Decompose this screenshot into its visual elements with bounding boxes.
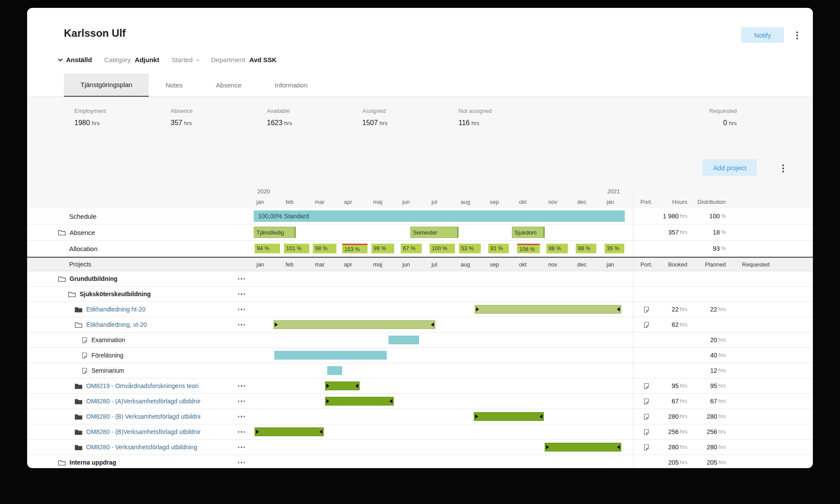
- row-menu-button[interactable]: [236, 399, 247, 404]
- stat-employment: Employment 1980hrs: [74, 108, 106, 127]
- project-name[interactable]: OM8280 - (A)Verksamhetsförlagd utbildnin…: [86, 398, 201, 405]
- allocation-bar[interactable]: 88 %: [546, 244, 568, 253]
- absence-distribution: 18: [713, 229, 720, 236]
- employment-status[interactable]: Anställd: [66, 56, 92, 63]
- project-gantt-bar[interactable]: [255, 427, 324, 436]
- portfolio-note-icon[interactable]: [643, 383, 650, 389]
- folder-icon[interactable]: [74, 413, 83, 420]
- percent-unit: %: [721, 213, 726, 219]
- year-label-start: 2020: [257, 188, 270, 195]
- stat-unit: hrs: [380, 120, 388, 126]
- month-label: maj: [371, 261, 400, 268]
- stat-value: 116: [458, 119, 470, 126]
- month-label: sep: [487, 261, 517, 268]
- stat-available: Available 1623hrs: [267, 108, 292, 127]
- folder-icon[interactable]: [74, 444, 83, 451]
- allocation-bar[interactable]: 101 %: [284, 244, 309, 253]
- project-name[interactable]: OM8280 - (B)Verksamhetsförlagd utbildnin…: [86, 428, 201, 435]
- project-name[interactable]: OM8280 - (B) Verksamhetsförlagd utbildni…: [86, 413, 201, 420]
- month-label: jun: [399, 199, 429, 205]
- planned-hours: 22: [710, 306, 717, 313]
- allocation-bar[interactable]: 94 %: [255, 244, 280, 253]
- tab-notes[interactable]: Notes: [149, 74, 199, 97]
- tab-information[interactable]: Information: [258, 74, 324, 97]
- absence-bar-semester[interactable]: Semester: [410, 227, 458, 238]
- allocation-bar-over[interactable]: 153 %: [342, 244, 368, 253]
- project-gantt-bar[interactable]: [325, 397, 394, 406]
- schedule-bar[interactable]: 100,00% Standard: [254, 210, 625, 222]
- allocation-bar-over[interactable]: 106 %: [517, 244, 540, 253]
- booked-hours: 280: [668, 413, 679, 420]
- portfolio-note-icon[interactable]: [643, 306, 650, 313]
- row-menu-button[interactable]: [236, 444, 247, 450]
- portfolio-note-icon[interactable]: [643, 398, 650, 405]
- folder-icon[interactable]: [74, 383, 83, 389]
- started-value: -: [196, 56, 199, 63]
- folder-icon[interactable]: [74, 322, 83, 328]
- row-menu-button[interactable]: [236, 322, 247, 327]
- allocation-bar[interactable]: 98 %: [313, 244, 336, 253]
- allocation-bar[interactable]: 88 %: [576, 244, 596, 253]
- row-menu-button[interactable]: [236, 291, 247, 297]
- project-name[interactable]: Etikhandledning ht-20: [86, 306, 145, 313]
- allocation-bar[interactable]: 53 %: [459, 244, 481, 253]
- tab-tjanstgoringsplan[interactable]: Tjänstgöringsplan: [64, 74, 149, 97]
- schedule-hours: 1 980: [663, 213, 679, 220]
- allocation-bar[interactable]: 67 %: [401, 244, 422, 253]
- category-label: Category: [104, 56, 131, 63]
- schedule-row: Schedule 100,00% Standard 1 980hrs 100%: [27, 208, 813, 224]
- absence-bar-tjanstledig[interactable]: Tjänstledig: [254, 227, 296, 238]
- project-gantt-bar[interactable]: [474, 412, 544, 421]
- project-name[interactable]: Sjuksköterskeutbildning: [80, 290, 151, 298]
- row-menu-button[interactable]: [236, 276, 247, 281]
- folder-icon[interactable]: [58, 459, 66, 466]
- tab-absence[interactable]: Absence: [200, 74, 258, 97]
- folder-icon[interactable]: [74, 306, 83, 313]
- hours-unit: hrs: [680, 306, 687, 312]
- folder-icon[interactable]: [74, 398, 83, 405]
- allocation-bar[interactable]: 100 %: [430, 244, 455, 253]
- activity-gantt-bar[interactable]: [327, 366, 342, 375]
- notify-button[interactable]: Notify: [741, 27, 784, 43]
- collapse-chevron-icon[interactable]: [58, 58, 63, 62]
- project-gantt-bar[interactable]: [325, 382, 360, 390]
- row-menu-button[interactable]: [236, 383, 247, 388]
- month-label: okt: [516, 261, 546, 268]
- allocation-bar[interactable]: 35 %: [605, 244, 624, 253]
- gantt-menu-button[interactable]: [780, 163, 786, 174]
- project-name[interactable]: Etikhandledning, vt-20: [86, 321, 147, 328]
- project-name[interactable]: OM8280 - Verksamhetsförlagd utbildning: [86, 444, 197, 451]
- project-name[interactable]: Interna uppdrag: [70, 459, 116, 466]
- project-gantt-bar[interactable]: [475, 305, 621, 314]
- project-row-sjukskoterskeutbildning: Sjuksköterskeutbildning: [27, 287, 813, 302]
- allocation-bar[interactable]: 99 %: [371, 244, 394, 253]
- month-label: sep: [487, 199, 517, 205]
- booked-hours: 62: [672, 321, 679, 328]
- hours-unit: hrs: [680, 322, 687, 328]
- folder-icon[interactable]: [74, 429, 83, 435]
- row-menu-button[interactable]: [236, 429, 247, 434]
- project-gantt-bar[interactable]: [273, 320, 435, 329]
- page-menu-button[interactable]: [794, 30, 800, 41]
- project-gantt-bar[interactable]: [545, 443, 621, 452]
- folder-icon[interactable]: [58, 276, 66, 282]
- folder-icon[interactable]: [68, 291, 76, 298]
- activity-gantt-bar[interactable]: [388, 336, 419, 344]
- project-row-om8280-v: OM8280 - Verksamhetsförlagd utbildning 2…: [27, 440, 813, 455]
- month-label: jul: [429, 199, 458, 205]
- row-menu-button[interactable]: [236, 307, 247, 312]
- stat-unit: hrs: [92, 120, 100, 126]
- project-name[interactable]: Grundutbildning: [70, 275, 118, 282]
- portfolio-note-icon[interactable]: [643, 322, 650, 328]
- activity-gantt-bar[interactable]: [274, 351, 387, 360]
- project-name[interactable]: OM8219 - Omvårdnadsforskningens teori: [86, 382, 199, 389]
- month-label: jan: [254, 261, 283, 268]
- absence-bar-sjukdom[interactable]: Sjukdom: [512, 227, 545, 238]
- allocation-bar[interactable]: 81 %: [488, 244, 509, 253]
- row-menu-button[interactable]: [236, 414, 247, 419]
- add-project-button[interactable]: Add project: [703, 159, 757, 176]
- portfolio-note-icon[interactable]: [643, 413, 650, 420]
- portfolio-note-icon[interactable]: [643, 444, 650, 451]
- row-menu-button[interactable]: [236, 460, 247, 465]
- portfolio-note-icon[interactable]: [643, 429, 650, 435]
